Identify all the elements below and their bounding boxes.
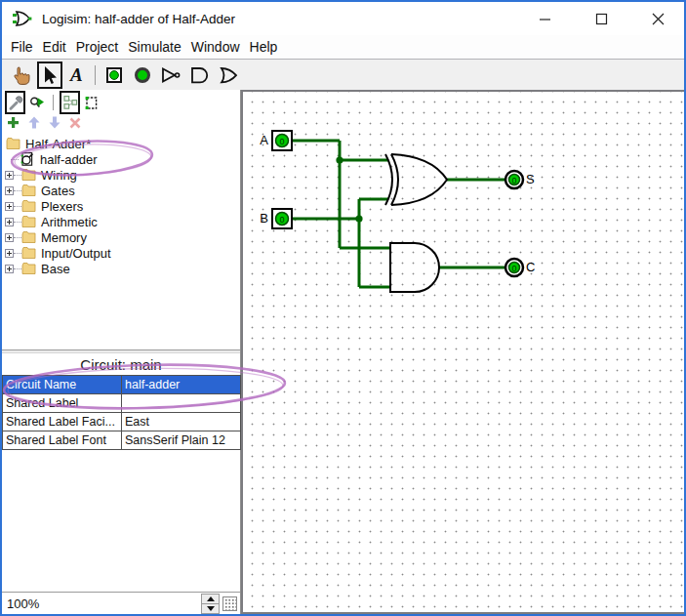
circuit-canvas[interactable]: 0 A 0 B 0 S [241, 90, 684, 614]
menu-file[interactable]: File [6, 37, 38, 57]
tree-root-project[interactable]: Half-Adder* [2, 136, 240, 151]
tree-item-wiring[interactable]: Wiring [2, 167, 240, 183]
attr-value-cell[interactable] [122, 394, 241, 413]
half-adder-circuit: 0 A 0 B 0 S [243, 92, 684, 385]
attr-name-cell[interactable]: Circuit Name [3, 376, 122, 394]
add-circuit-button[interactable] [7, 115, 20, 133]
not-gate-tool-button[interactable] [159, 62, 182, 89]
zoom-decrease-button[interactable] [201, 604, 220, 614]
remove-circuit-button[interactable] [69, 115, 81, 133]
expand-icon[interactable] [5, 218, 14, 226]
library-folder-icon [21, 246, 36, 260]
wrench-icon [8, 95, 23, 111]
menu-project[interactable]: Project [71, 37, 124, 57]
or-gate-tool-button[interactable] [218, 62, 241, 89]
output-pin-tool-button[interactable] [132, 62, 153, 89]
input-pin-tool-button[interactable] [104, 62, 126, 89]
or-gate-icon [218, 64, 241, 86]
arrow-down-icon [49, 116, 61, 129]
attr-name-cell[interactable]: Shared Label Faci... [3, 413, 122, 431]
remove-x-icon [69, 117, 81, 129]
library-folder-icon [21, 215, 36, 228]
close-button[interactable] [647, 8, 668, 29]
library-label: Arithmetic [41, 215, 98, 229]
edit-tool-button[interactable] [37, 62, 62, 89]
attr-row-circuit-name[interactable]: Circuit Name half-adder [3, 376, 241, 394]
attr-name-cell[interactable]: Shared Label Font [3, 431, 122, 450]
label-input-a: A [260, 133, 268, 147]
view-simulation-button[interactable] [29, 91, 46, 114]
expand-icon[interactable] [5, 249, 14, 258]
attr-value-cell[interactable]: SansSerif Plain 12 [122, 431, 241, 450]
maximize-button[interactable] [590, 8, 612, 29]
tree-item-gates[interactable]: Gates [2, 183, 240, 198]
menu-edit[interactable]: Edit [38, 37, 71, 57]
tree-item-memory[interactable]: Memory [2, 229, 240, 245]
circuit-magnifier-icon [19, 151, 35, 167]
tree-connector [11, 159, 19, 160]
attr-row-shared-label-font[interactable]: Shared Label Font SansSerif Plain 12 [3, 431, 241, 450]
explorer-panel: Half-Adder* half-adder [2, 90, 241, 614]
plus-icon [7, 116, 20, 129]
main-toolbar: A [2, 59, 684, 90]
expand-icon[interactable] [5, 233, 14, 242]
appearance-chip-icon [84, 95, 100, 111]
zoom-spinner [201, 594, 220, 614]
view-toolbox-button[interactable] [5, 91, 25, 114]
attr-value-cell[interactable]: East [122, 413, 241, 431]
project-tree: Half-Adder* half-adder [2, 133, 240, 349]
library-label: Base [41, 262, 70, 276]
attribute-table: Circuit Name half-adder Shared Label Sha… [2, 375, 241, 450]
input-pin-b[interactable]: 0 [272, 209, 292, 228]
library-folder-icon [21, 184, 36, 197]
pin-c-value: 0 [511, 264, 516, 273]
input-pin-a[interactable]: 0 [272, 131, 292, 150]
library-folder-icon [21, 199, 36, 213]
library-label: Memory [41, 230, 87, 245]
expand-icon[interactable] [5, 202, 14, 211]
menu-simulate[interactable]: Simulate [123, 37, 185, 57]
expand-icon[interactable] [5, 171, 14, 180]
library-label: Wiring [41, 168, 77, 183]
edit-appearance-button[interactable] [84, 91, 100, 114]
toolbar-separator [53, 95, 54, 110]
show-grid-button[interactable] [222, 596, 237, 611]
attr-row-shared-label-facing[interactable]: Shared Label Faci... East [3, 413, 241, 431]
move-up-button[interactable] [28, 115, 40, 133]
output-pin-icon [132, 64, 153, 86]
attr-name-cell[interactable]: Shared Label [3, 394, 122, 413]
tree-item-plexers[interactable]: Plexers [2, 198, 240, 214]
library-folder-icon [21, 230, 36, 244]
tree-item-arithmetic[interactable]: Arithmetic [2, 214, 240, 229]
poke-tool-button[interactable] [11, 62, 31, 89]
logisim-window: Logisim: half-adder of Half-Adder File E… [0, 0, 686, 616]
tree-item-base[interactable]: Base [2, 261, 240, 276]
text-tool-button[interactable]: A [68, 62, 85, 89]
menu-window[interactable]: Window [186, 37, 245, 57]
output-pin-s[interactable]: 0 [505, 171, 523, 188]
and-gate [390, 243, 439, 292]
tree-item-current-circuit[interactable]: half-adder [2, 151, 240, 167]
tree-root-label: Half-Adder* [25, 137, 91, 151]
expand-icon[interactable] [5, 265, 14, 273]
attr-value-cell[interactable]: half-adder [122, 376, 241, 394]
menu-help[interactable]: Help [245, 37, 283, 57]
tree-connector [14, 268, 21, 269]
and-gate-tool-button[interactable] [188, 62, 212, 89]
label-output-c: C [526, 260, 535, 274]
attr-row-shared-label[interactable]: Shared Label [3, 394, 241, 413]
attribute-table-title: Circuit: main [2, 353, 240, 375]
tree-connector [14, 237, 21, 238]
output-pin-c[interactable]: 0 [505, 259, 523, 276]
title-bar: Logisim: half-adder of Half-Adder [2, 2, 684, 35]
app-logo-icon [12, 9, 33, 28]
expand-icon[interactable] [5, 186, 14, 195]
tree-connector [14, 222, 21, 223]
zoom-increase-button[interactable] [201, 594, 220, 604]
move-down-button[interactable] [49, 115, 61, 133]
minimize-button[interactable] [534, 8, 555, 29]
tree-item-input-output[interactable]: Input/Output [2, 245, 240, 261]
wire-junction [336, 156, 343, 163]
edit-layout-button[interactable] [60, 91, 80, 114]
zoom-level-field[interactable]: 100% [2, 596, 201, 611]
